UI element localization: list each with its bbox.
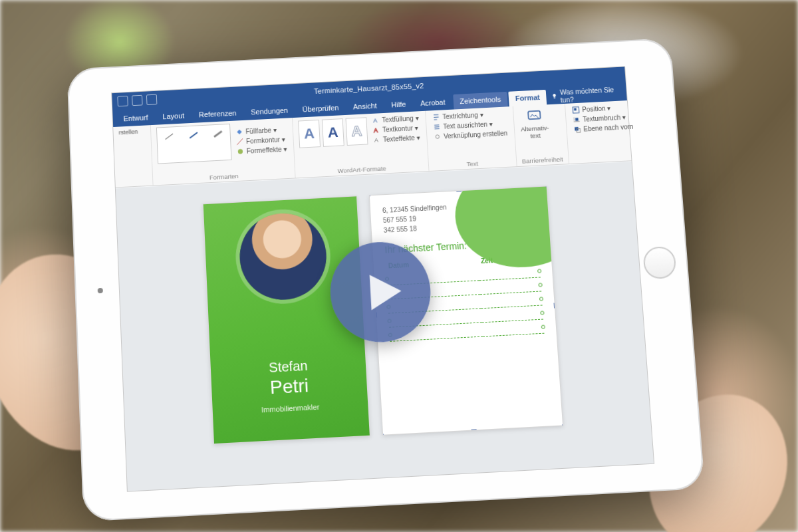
bring-forward-button[interactable]: Ebene nach vorn (572, 122, 635, 134)
svg-point-3 (238, 149, 243, 154)
text-fill-icon: A (372, 116, 380, 124)
redo-icon[interactable] (146, 94, 158, 105)
position-icon (572, 106, 580, 114)
tab-acrobat[interactable]: Acrobat (414, 94, 453, 111)
tablet-device: Terminkarte_Hausarzt_85x55_v2 Entwurf La… (66, 38, 705, 521)
wrap-icon (573, 116, 581, 123)
text-direction-icon (432, 114, 440, 121)
text-effects-button[interactable]: ATexteffekte ▾ (372, 133, 422, 144)
play-icon (360, 269, 407, 315)
svg-text:A: A (373, 117, 378, 124)
shape-effects-button[interactable]: Formeffekte ▾ (235, 144, 289, 156)
alt-text-icon (525, 108, 542, 124)
effects-icon (237, 148, 244, 155)
alt-text-button[interactable]: Alternativ- text (519, 107, 551, 140)
tab-entwurf[interactable]: Entwurf (116, 110, 155, 126)
pencil-icon (236, 138, 243, 145)
tab-layout[interactable]: Layout (156, 108, 192, 124)
paint-bucket-icon (235, 128, 243, 135)
word-app-screen: Terminkarte_Hausarzt_85x55_v2 Entwurf La… (111, 66, 654, 491)
group-anordnen: Position ▾ Textumbruch ▾ Ebene nach vorn (565, 100, 642, 164)
tab-ansicht[interactable]: Ansicht (346, 98, 384, 115)
wordart-gallery[interactable]: A A A (298, 117, 368, 148)
tab-format[interactable]: Format (508, 90, 547, 106)
group-formarten: Füllfarbe ▾ Formkontur ▾ Formeffekte ▾ F… (151, 118, 296, 185)
tab-hilfe[interactable]: Hilfe (384, 96, 413, 113)
undo-icon[interactable] (132, 95, 142, 106)
group-label-text: Text (434, 158, 511, 170)
group-barrierefreiheit: Alternativ- text Barrierefreiheit (513, 104, 569, 166)
group-wordart: A A A ATextfüllung ▾ ATextkontur ▾ AText… (293, 111, 430, 178)
group-label-barrierefreiheit: Barrierefreiheit (521, 156, 563, 165)
first-name: Stefan (269, 358, 308, 376)
last-name: Petri (269, 375, 309, 398)
text-align-icon (433, 123, 441, 130)
svg-rect-10 (575, 118, 579, 121)
text-outline-button[interactable]: ATextkontur ▾ (371, 124, 421, 135)
svg-line-1 (190, 132, 198, 138)
svg-rect-9 (574, 108, 577, 111)
lightbulb-icon (551, 93, 558, 100)
group-formen-erstellen: rstellen (113, 125, 153, 187)
svg-text:A: A (374, 137, 380, 144)
profile-photo (237, 211, 329, 302)
tell-me-label: Was möchten Sie tun? (560, 85, 623, 104)
text-fill-button[interactable]: ATextfüllung ▾ (370, 114, 420, 125)
save-icon[interactable] (117, 96, 128, 106)
text-outline-icon: A (372, 126, 380, 134)
text-effects-icon: A (373, 136, 381, 144)
quick-access-toolbar (117, 94, 157, 107)
group-text: Textrichtung ▾ Text ausrichten ▾ Verknüp… (426, 106, 517, 171)
svg-rect-7 (528, 111, 541, 120)
svg-text:A: A (374, 127, 379, 134)
svg-marker-13 (370, 273, 402, 310)
link-icon (434, 133, 442, 140)
shape-insert-label: rstellen (118, 128, 145, 136)
bring-forward-icon (573, 126, 581, 133)
svg-line-2 (213, 131, 221, 136)
job-role: Immobilienmakler (261, 403, 320, 414)
svg-line-0 (166, 134, 174, 139)
shape-style-gallery[interactable] (156, 124, 232, 164)
